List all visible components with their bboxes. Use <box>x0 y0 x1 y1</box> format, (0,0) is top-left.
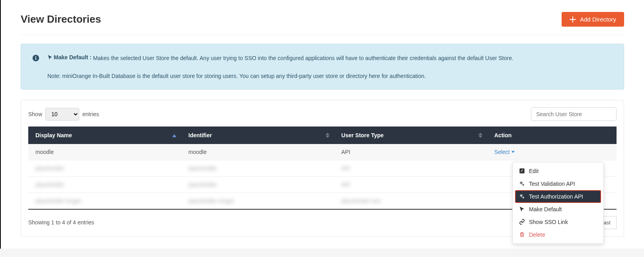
th-action: Action <box>487 127 617 144</box>
cell-user-store-type: API <box>342 181 351 188</box>
caret-down-icon <box>511 151 515 153</box>
dropdown-edit[interactable]: Edit <box>515 165 601 177</box>
page-title: View Directories <box>21 13 101 25</box>
trash-icon <box>519 232 525 238</box>
content-area: View Directories Add Directory Make Defa… <box>0 0 644 249</box>
page-size-select[interactable]: 10 <box>45 108 79 121</box>
table-card: Show 10 entries Display Name <box>21 100 624 237</box>
add-directory-button[interactable]: Add Directory <box>562 12 624 27</box>
info-icon <box>32 55 39 62</box>
cell-identifier: moodle <box>181 144 334 160</box>
table-controls: Show 10 entries <box>28 107 617 121</box>
cell-user-store-type: API <box>342 165 351 171</box>
entries-label: entries <box>82 111 99 117</box>
sort-asc-icon <box>172 132 176 138</box>
svg-point-4 <box>521 182 522 184</box>
cell-user-store-type: API <box>334 144 487 160</box>
svg-point-7 <box>523 197 524 199</box>
add-directory-label: Add Directory <box>580 16 616 23</box>
show-label: Show <box>28 111 42 117</box>
dropdown-delete[interactable]: Delete <box>515 228 601 241</box>
svg-rect-1 <box>35 58 36 60</box>
info-note: Note: miniOrange In-Built Database is th… <box>47 72 613 80</box>
search-box <box>531 107 617 121</box>
info-banner: Make Default : Makes the selected User S… <box>21 44 624 90</box>
make-default-strong: Make Default : <box>54 53 92 62</box>
make-default-text: Makes the selected User Store the defaul… <box>93 55 513 61</box>
dropdown-test-validation[interactable]: Test Validation API <box>515 177 601 190</box>
cell-identifier: placeholder longer <box>188 198 234 204</box>
sort-icon <box>478 132 482 138</box>
cell-user-store-type: placeholder text <box>342 198 381 204</box>
dropdown-show-sso[interactable]: Show SSO Link <box>515 216 601 228</box>
show-entries: Show 10 entries <box>28 108 99 121</box>
action-select[interactable]: Select <box>494 149 515 155</box>
dropdown-test-authorization[interactable]: Test Authorization API <box>515 190 601 203</box>
sort-icon <box>326 132 330 138</box>
search-input[interactable] <box>531 107 617 121</box>
info-text: Make Default : Makes the selected User S… <box>47 53 613 80</box>
make-default-lead: Make Default : <box>47 53 92 62</box>
cursor-icon <box>519 206 525 212</box>
footer-status: Showing 1 to 4 of 4 entries <box>28 219 94 226</box>
svg-point-6 <box>521 195 522 197</box>
gears-icon <box>519 193 525 199</box>
svg-point-5 <box>523 185 524 186</box>
page-header: View Directories Add Directory <box>21 12 624 35</box>
svg-point-2 <box>35 56 36 57</box>
th-display-name[interactable]: Display Name <box>28 127 181 144</box>
dropdown-make-default[interactable]: Make Default <box>515 203 601 216</box>
cursor-icon <box>47 55 53 60</box>
cell-display-name: placeholder <box>35 165 64 171</box>
th-identifier[interactable]: Identifier <box>181 127 334 144</box>
table-row: moodle moodle API Select <box>28 144 617 160</box>
plus-icon <box>570 16 576 23</box>
cell-display-name: moodle <box>28 144 181 160</box>
cell-identifier: placeholder <box>188 165 217 171</box>
cell-display-name: placeholder longer <box>35 198 81 204</box>
th-user-store-type[interactable]: User Store Type <box>334 127 487 144</box>
info-primary: Make Default : Makes the selected User S… <box>47 53 613 63</box>
cell-display-name: placeholder <box>35 181 64 188</box>
link-icon <box>519 219 525 225</box>
gears-icon <box>519 181 525 187</box>
action-dropdown: Edit Test Validation API Test Authorizat… <box>512 162 604 244</box>
cell-identifier: placeholder <box>188 181 217 188</box>
edit-icon <box>519 168 525 174</box>
